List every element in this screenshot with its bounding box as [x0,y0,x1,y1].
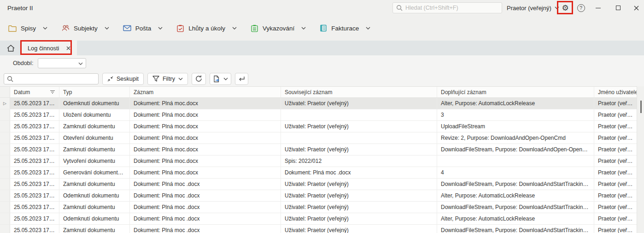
search-icon [396,5,403,11]
user-menu[interactable]: Praetor (veřejný) [507,0,559,16]
funnel-icon [152,76,159,82]
column-header-jmeno-uzivatele[interactable]: Jméno uživatele [594,87,637,97]
tab-log-cinnosti[interactable]: Log činnosti [21,41,77,55]
export-button[interactable] [210,73,231,85]
global-search[interactable] [392,2,502,13]
enter-button[interactable] [235,73,248,85]
cell-souvisejici: Uživatel: Praetor (veřejný) [281,190,437,201]
chevron-down-icon [178,78,183,80]
row-selector[interactable] [0,167,10,178]
vertical-scrollbar[interactable] [637,86,644,233]
period-select[interactable] [38,58,86,68]
help-icon[interactable]: ? [574,0,587,16]
title-bar: Praetor II Praetor (veřejný) ⚙ ? [0,0,644,16]
table-row[interactable]: 25.05.2023 17:09Zamknutí dokumentuDokume… [0,202,644,213]
people-icon [61,24,70,32]
cell-souvisejici: Uživatel: Praetor (veřejný) [281,179,437,190]
row-selector[interactable] [0,132,10,143]
table-row[interactable]: 25.05.2023 17:10Otevření dokumentuDokume… [0,132,644,144]
column-header-datum[interactable]: Datum [10,87,59,97]
home-tab[interactable] [0,41,21,55]
row-selector[interactable]: ▷ [0,98,10,109]
refresh-button[interactable] [192,73,206,85]
table-row[interactable]: 25.05.2023 17:09Odemknutí dokumentuDokum… [0,213,644,225]
column-header-souvisejici-zaznam[interactable]: Související záznam [281,87,437,97]
row-selector[interactable] [0,155,10,167]
row-selector[interactable] [0,190,10,201]
settings-gear-icon[interactable]: ⚙ [559,0,572,16]
tab-close-icon[interactable] [66,46,70,50]
cell-uzivatel: Praetor (veřejný) [594,213,637,224]
filters-button[interactable]: Filtry [147,73,188,85]
cell-souvisejici: Dokument: Plná moc .docx [281,167,437,178]
table-row[interactable]: 25.05.2023 17:10Uložení dokumentuDokumen… [0,109,644,121]
group-button[interactable]: Seskupit [102,73,144,85]
cell-datum: 25.05.2023 17:09 [10,202,59,213]
close-button[interactable] [629,0,643,16]
menu-item-label: Subjekty [74,25,98,32]
cell-typ: Vytvoření dokumentu [59,155,130,167]
global-search-input[interactable] [405,5,498,11]
cell-typ: Zamknutí dokumentu [59,202,130,213]
menu-item-subjekty[interactable]: Subjekty [61,24,109,32]
cell-typ: Odemknutí dokumentu [59,190,130,201]
cell-typ: Zamknutí dokumentu [59,225,130,233]
scrollbar-thumb[interactable] [640,101,642,113]
folder-icon [8,25,17,32]
column-header-doplnujici-zaznam[interactable]: Doplňující záznam [437,87,594,97]
chevron-down-icon [301,27,306,30]
user-menu-label: Praetor (veřejný) [507,5,551,12]
cell-doplnujici: DownloadFileStream, Purpose: DownloadAnd… [437,202,594,213]
minimize-button[interactable] [591,0,605,16]
row-selector[interactable] [0,213,10,224]
filters-button-label: Filtry [163,76,175,82]
cell-zaznam: Dokument: Plná moc.docx [130,167,281,178]
cell-doplnujici: Alter, Purpose: AutomaticLockRelease [437,190,594,201]
cell-typ: Uložení dokumentu [59,109,130,120]
table-row[interactable]: 25.05.2023 17:09Zamknutí dokumentuDokume… [0,179,644,190]
table-row[interactable]: 25.05.2023 17:09Odemknutí dokumentuDokum… [0,190,644,202]
cell-typ: Zamknutí dokumentu [59,121,130,132]
cell-souvisejici [281,132,437,143]
column-header-zaznam[interactable]: Záznam [130,87,281,97]
maximize-button[interactable] [611,0,625,16]
cell-uzivatel: Praetor (veřejný) [594,109,637,120]
menu-item-spisy[interactable]: Spisy [8,25,47,32]
row-selector[interactable] [0,109,10,120]
row-selector[interactable] [0,225,10,233]
table-row[interactable]: 25.05.2023 17:10Zamknutí dokumentuDokume… [0,144,644,155]
cell-datum: 25.05.2023 17:10 [10,132,59,143]
chevron-down-icon [78,62,83,65]
cell-doplnujici: UploadFileStream [437,121,594,132]
grid-search-input[interactable] [16,76,95,82]
grid-search[interactable] [4,73,99,84]
table-body: ▷25.05.2023 17:10Odemknutí dokumentuDoku… [0,98,644,233]
menu-item-fakturace[interactable]: Fakturace [320,24,370,32]
row-selector[interactable] [0,121,10,132]
cell-zaznam: Dokument: Plná moc.docx [130,109,281,120]
header-gutter [0,87,10,97]
table-row[interactable]: ▷25.05.2023 17:10Odemknutí dokumentuDoku… [0,98,644,109]
cell-souvisejici: Uživatel: Praetor (veřejný) [281,202,437,213]
cell-datum: 25.05.2023 17:10 [10,155,59,167]
menu-item-lhuty-a-ukoly[interactable]: Lhůty a úkoly [176,24,237,32]
clipboard-check-icon [176,24,184,32]
cell-uzivatel: Praetor (veřejný) [594,167,637,178]
row-selector[interactable] [0,144,10,155]
cell-uzivatel: Praetor (veřejný) [594,155,637,167]
table-row[interactable]: 25.05.2023 17:10Vytvoření dokumentuDokum… [0,155,644,167]
table-row[interactable]: 25.05.2023 17:10Generování dokumentu z..… [0,167,644,179]
menu-item-vykazovani[interactable]: Vykazování [251,24,306,32]
table-row[interactable]: 25.05.2023 17:10Zamknutí dokumentuDokume… [0,121,644,132]
cell-datum: 25.05.2023 17:10 [10,98,59,109]
row-selector[interactable] [0,202,10,213]
row-selector[interactable] [0,179,10,190]
column-header-typ[interactable]: Typ [59,87,130,97]
menu-item-posta[interactable]: Pošta [123,25,163,32]
cell-zaznam: Dokument: Plná moc .docx [130,190,281,201]
table-row[interactable]: 25.05.2023 17:08Zamknutí dokumentuDokume… [0,225,644,233]
cell-uzivatel: Praetor (veřejný) [594,202,637,213]
cell-zaznam: Dokument: Plná moc.docx [130,98,281,109]
menu-item-label: Lhůty a úkoly [188,25,225,32]
cell-typ: Zamknutí dokumentu [59,179,130,190]
